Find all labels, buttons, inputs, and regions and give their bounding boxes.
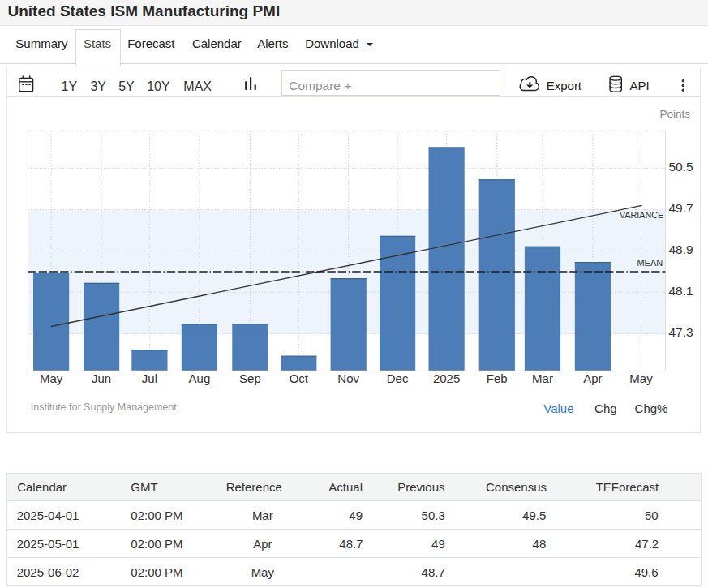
svg-text:2025: 2025 [433, 371, 460, 385]
svg-text:Mar: Mar [532, 371, 553, 385]
svg-text:Points: Points [659, 108, 690, 120]
svg-text:May: May [629, 371, 653, 385]
svg-text:Oct: Oct [290, 371, 309, 385]
svg-text:Jul: Jul [142, 371, 157, 385]
svg-text:Jun: Jun [92, 371, 111, 385]
svg-text:Nov: Nov [337, 371, 359, 385]
svg-text:Aug: Aug [189, 371, 211, 385]
svg-text:Dec: Dec [387, 371, 409, 385]
svg-text:Apr: Apr [583, 371, 602, 385]
svg-text:47.3: 47.3 [669, 325, 693, 339]
svg-text:MEAN: MEAN [637, 258, 663, 268]
svg-text:Sep: Sep [239, 371, 261, 385]
svg-text:May: May [40, 371, 63, 385]
svg-text:VARIANCE: VARIANCE [620, 210, 663, 220]
svg-text:48.9: 48.9 [669, 242, 693, 256]
svg-text:49.7: 49.7 [669, 201, 693, 215]
svg-text:Feb: Feb [487, 371, 508, 385]
svg-text:48.1: 48.1 [669, 284, 693, 298]
svg-text:50.5: 50.5 [669, 160, 693, 174]
